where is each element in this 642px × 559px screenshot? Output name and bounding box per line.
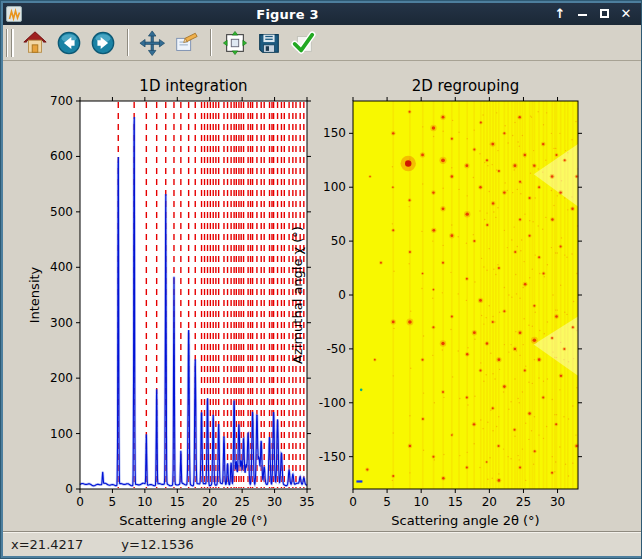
plot1-xlabel: Scattering angle 2θ (°) <box>119 513 267 528</box>
apply-check-icon <box>290 30 316 56</box>
plot1-title: 1D integration <box>139 77 247 95</box>
svg-text:30: 30 <box>267 495 282 509</box>
back-button[interactable] <box>55 29 83 57</box>
svg-text:10: 10 <box>137 495 152 509</box>
close-button[interactable]: ✕ <box>619 6 633 22</box>
svg-text:400: 400 <box>50 260 73 274</box>
plots-svg[interactable]: 0510152025303501002003004005006007001D i… <box>3 61 641 533</box>
svg-text:35: 35 <box>299 495 314 509</box>
svg-text:300: 300 <box>50 316 73 330</box>
back-icon <box>56 30 82 56</box>
svg-text:600: 600 <box>50 149 73 163</box>
home-button[interactable] <box>21 29 49 57</box>
svg-text:25: 25 <box>516 495 531 509</box>
forward-button[interactable] <box>89 29 117 57</box>
toolbar-drag-handle[interactable] <box>6 29 12 57</box>
svg-text:700: 700 <box>50 94 73 108</box>
matplotlib-window-icon <box>6 6 22 22</box>
svg-text:20: 20 <box>202 495 217 509</box>
plot2-ylabel: Azimuthal angle χ (°) <box>290 226 305 364</box>
svg-text:30: 30 <box>550 495 565 509</box>
statusbar: x=21.4217 y=12.1536 <box>3 531 641 556</box>
svg-text:500: 500 <box>50 205 73 219</box>
svg-text:-150: -150 <box>319 450 346 464</box>
pan-icon <box>139 30 165 56</box>
svg-text:10: 10 <box>414 495 429 509</box>
minimize-button[interactable] <box>575 6 589 22</box>
edit-parameters-icon <box>173 30 199 56</box>
svg-text:100: 100 <box>50 427 73 441</box>
svg-text:150: 150 <box>323 126 346 140</box>
svg-text:0: 0 <box>76 495 84 509</box>
configure-subplots-icon <box>222 30 248 56</box>
toolbar-separator <box>127 29 128 56</box>
configure-subplots-button[interactable] <box>221 29 249 57</box>
svg-text:20: 20 <box>482 495 497 509</box>
figure-window: Figure 3 ↑ ✕ <box>0 0 642 559</box>
svg-text:-50: -50 <box>326 342 346 356</box>
svg-text:200: 200 <box>50 371 73 385</box>
save-button[interactable] <box>255 29 283 57</box>
svg-text:50: 50 <box>331 234 346 248</box>
apply-check-button[interactable] <box>289 29 317 57</box>
titlebar[interactable]: Figure 3 ↑ ✕ <box>3 3 641 25</box>
plot1-ylabel: Intensity <box>27 266 42 323</box>
svg-text:5: 5 <box>109 495 117 509</box>
forward-icon <box>90 30 116 56</box>
navigation-toolbar <box>3 25 641 61</box>
keep-above-button[interactable]: ↑ <box>553 6 567 22</box>
svg-text:0: 0 <box>338 288 346 302</box>
maximize-button[interactable] <box>597 6 611 22</box>
svg-text:15: 15 <box>448 495 463 509</box>
pan-button[interactable] <box>138 29 166 57</box>
svg-text:-100: -100 <box>319 396 346 410</box>
svg-text:15: 15 <box>170 495 185 509</box>
plot2-title: 2D regrouping <box>412 77 520 95</box>
cursor-y-readout: y=12.1536 <box>121 537 193 552</box>
figure-canvas[interactable]: 0510152025303501002003004005006007001D i… <box>3 61 641 533</box>
plot2-xlabel: Scattering angle 2θ (°) <box>391 513 539 528</box>
save-icon <box>256 30 282 56</box>
svg-text:25: 25 <box>235 495 250 509</box>
edit-parameters-button[interactable] <box>172 29 200 57</box>
toolbar-separator <box>210 29 211 56</box>
window-title: Figure 3 <box>22 7 553 22</box>
svg-text:100: 100 <box>323 180 346 194</box>
svg-text:0: 0 <box>349 495 357 509</box>
svg-text:0: 0 <box>65 482 73 496</box>
cursor-x-readout: x=21.4217 <box>11 537 83 552</box>
svg-text:5: 5 <box>383 495 391 509</box>
home-icon <box>22 30 48 56</box>
